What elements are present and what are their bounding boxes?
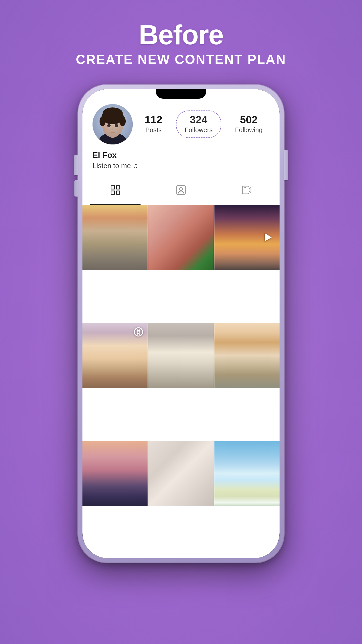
svg-rect-15	[116, 191, 119, 194]
posts-label: Posts	[145, 126, 162, 134]
svg-rect-14	[111, 191, 114, 194]
igtv-icon	[241, 184, 252, 197]
svg-rect-20	[139, 329, 140, 335]
header-section: Before CREATE NEW CONTENT PLAN	[76, 0, 286, 67]
grid-cell-city[interactable]	[82, 205, 148, 270]
following-count: 502	[240, 115, 258, 125]
following-label: Following	[235, 126, 263, 134]
phone-screen: 112 Posts 324 Followers 502 Following	[82, 89, 280, 558]
svg-point-17	[179, 187, 183, 191]
stats-container: 112 Posts 324 Followers 502 Following	[138, 110, 269, 138]
video-play-button	[262, 231, 275, 244]
svg-point-6	[100, 116, 106, 126]
person-icon	[175, 184, 187, 197]
phone-notch	[156, 89, 206, 99]
svg-rect-12	[111, 185, 114, 189]
volume-button-left	[74, 180, 78, 197]
subtitle: CREATE NEW CONTENT PLAN	[76, 52, 286, 67]
posts-count: 112	[145, 115, 162, 125]
followers-count: 324	[190, 115, 207, 125]
profile-bio: Listen to me ♫	[93, 162, 269, 170]
tab-igtv[interactable]	[214, 181, 280, 200]
reel-icon	[133, 326, 144, 337]
svg-point-5	[103, 107, 123, 119]
photo-grid	[82, 205, 280, 558]
before-title: Before	[76, 20, 286, 49]
tab-bar	[82, 176, 280, 205]
svg-point-10	[107, 124, 111, 128]
grid-cell-beach-woman[interactable]	[214, 323, 280, 388]
phone-wrapper: 112 Posts 324 Followers 502 Following	[78, 85, 284, 563]
grid-cell-palm-sunset[interactable]	[82, 441, 148, 506]
phone-outer: 112 Posts 324 Followers 502 Following	[78, 85, 284, 563]
tab-grid[interactable]	[82, 181, 148, 200]
profile-header: 112 Posts 324 Followers 502 Following	[82, 89, 280, 176]
stat-followers[interactable]: 324 Followers	[176, 110, 221, 138]
play-triangle-icon	[265, 233, 272, 241]
stat-following[interactable]: 502 Following	[235, 115, 263, 134]
grid-cell-fabric[interactable]	[148, 441, 213, 506]
avatar-svg	[93, 104, 133, 144]
grid-cell-pink-building[interactable]	[148, 205, 213, 270]
followers-label: Followers	[185, 126, 212, 134]
phone-inner: 112 Posts 324 Followers 502 Following	[82, 89, 280, 558]
avatar-face	[93, 104, 133, 144]
grid-icon	[110, 184, 121, 197]
profile-name: El Fox	[93, 150, 269, 160]
grid-cell-blonde-girl[interactable]	[82, 323, 148, 388]
svg-point-11	[114, 124, 119, 128]
grid-cell-cat[interactable]	[148, 323, 213, 388]
avatar	[93, 104, 133, 144]
stat-posts[interactable]: 112 Posts	[145, 115, 162, 134]
profile-stats-row: 112 Posts 324 Followers 502 Following	[93, 104, 269, 144]
tab-tagged[interactable]	[148, 181, 214, 200]
svg-point-7	[120, 116, 126, 126]
svg-rect-19	[137, 329, 138, 335]
svg-rect-13	[116, 185, 119, 189]
grid-cell-beach-palm[interactable]	[214, 441, 280, 506]
grid-cell-sunset-beach[interactable]	[214, 205, 280, 270]
